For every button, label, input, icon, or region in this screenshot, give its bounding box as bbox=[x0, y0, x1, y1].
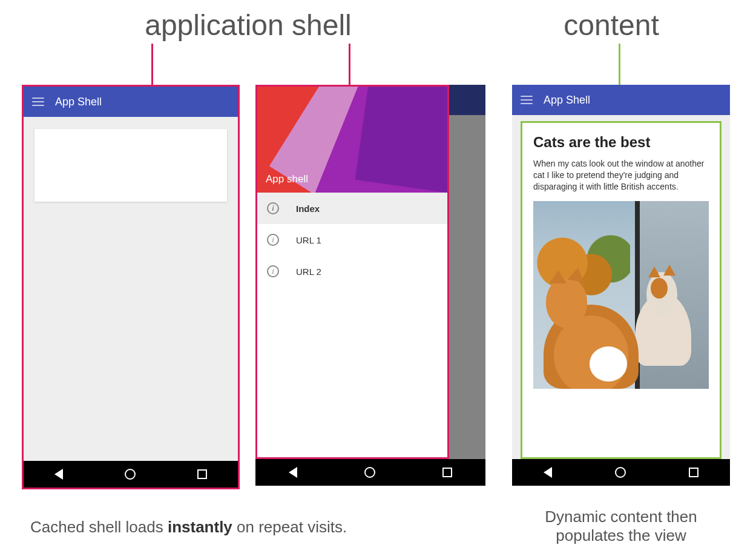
drawer-item-url2[interactable]: i URL 2 bbox=[257, 256, 447, 287]
empty-content-card bbox=[35, 129, 227, 202]
caption-content: Dynamic content then populates the view bbox=[512, 508, 730, 545]
drawer-title: App shell bbox=[266, 173, 308, 185]
phone-shell-drawer: App shell i Index i URL 1 i URL 2 bbox=[255, 85, 485, 486]
drawer-header: App shell bbox=[257, 87, 447, 193]
article-body: When my cats look out the window at anot… bbox=[533, 158, 709, 193]
callout-line-shell-left bbox=[151, 44, 153, 86]
heading-content: content bbox=[533, 8, 690, 42]
info-icon: i bbox=[267, 234, 279, 246]
drawer-list: i Index i URL 1 i URL 2 bbox=[257, 193, 447, 457]
menu-icon[interactable] bbox=[32, 98, 44, 106]
drawer-item-label: URL 1 bbox=[296, 235, 321, 245]
back-icon[interactable] bbox=[54, 469, 63, 480]
phone-body bbox=[24, 117, 238, 461]
callout-line-shell-right bbox=[349, 44, 350, 86]
navigation-drawer: App shell i Index i URL 1 i URL 2 bbox=[255, 85, 449, 459]
article-image-cats bbox=[533, 201, 709, 389]
info-icon: i bbox=[267, 202, 279, 214]
home-icon[interactable] bbox=[364, 467, 375, 478]
appbar-title: App Shell bbox=[544, 94, 590, 107]
drawer-item-label: Index bbox=[296, 203, 320, 214]
phone-body: Cats are the best When my cats look out … bbox=[512, 115, 730, 459]
drawer-item-url1[interactable]: i URL 1 bbox=[257, 224, 447, 256]
drawer-item-index[interactable]: i Index bbox=[257, 193, 447, 224]
phone-shell-empty: App Shell bbox=[22, 85, 240, 489]
appbar: App Shell bbox=[512, 85, 730, 115]
back-icon[interactable] bbox=[289, 467, 297, 478]
android-navbar bbox=[24, 461, 238, 488]
drawer-scrim[interactable] bbox=[449, 85, 485, 459]
menu-icon[interactable] bbox=[521, 96, 533, 104]
content-card: Cats are the best When my cats look out … bbox=[521, 121, 721, 459]
drawer-item-label: URL 2 bbox=[296, 266, 321, 277]
heading-application-shell: application shell bbox=[85, 8, 412, 42]
back-icon[interactable] bbox=[544, 467, 552, 478]
home-icon[interactable] bbox=[125, 469, 136, 480]
android-navbar bbox=[512, 459, 730, 486]
appbar-title: App Shell bbox=[55, 96, 102, 108]
article-heading: Cats are the best bbox=[533, 134, 709, 151]
home-icon[interactable] bbox=[615, 467, 626, 478]
recents-icon[interactable] bbox=[689, 468, 698, 477]
phone-content: App Shell Cats are the best When my cats… bbox=[512, 85, 730, 486]
android-navbar bbox=[255, 459, 485, 486]
caption-shell: Cached shell loads instantly on repeat v… bbox=[30, 518, 466, 537]
recents-icon[interactable] bbox=[197, 469, 207, 479]
info-icon: i bbox=[267, 265, 279, 277]
appbar: App Shell bbox=[24, 87, 238, 117]
recents-icon[interactable] bbox=[442, 468, 452, 477]
